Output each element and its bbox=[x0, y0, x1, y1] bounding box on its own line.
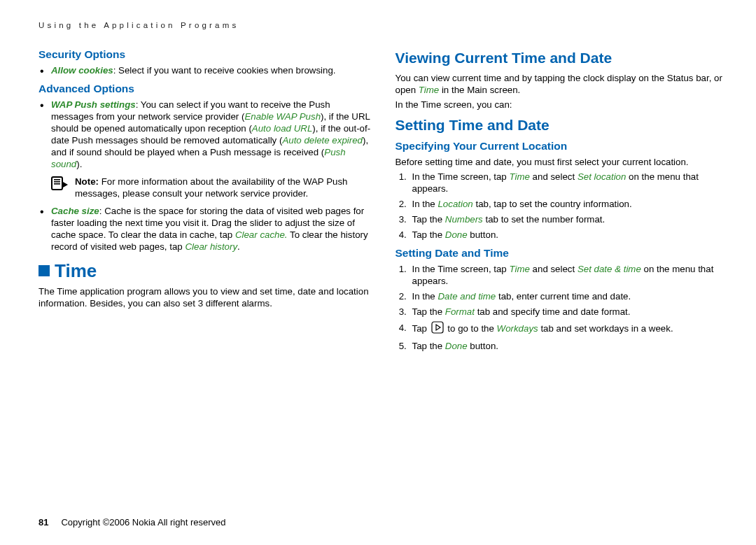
list-item: Tap the Format tab and specify time and … bbox=[410, 306, 729, 318]
body-text: The Time application program allows you … bbox=[38, 285, 372, 309]
note-text: Note: For more information about the ava… bbox=[75, 176, 372, 199]
body-text: Before setting time and date, you must f… bbox=[396, 156, 729, 168]
list-item: WAP Push settings: You can select if you… bbox=[38, 99, 372, 170]
body-text: . bbox=[237, 241, 240, 252]
body-text: For more information about the availabil… bbox=[75, 176, 347, 199]
advanced-list: WAP Push settings: You can select if you… bbox=[38, 99, 372, 170]
ui-term: Clear history bbox=[185, 241, 237, 252]
ui-term: Time bbox=[509, 171, 529, 182]
option-label: Cache size bbox=[51, 206, 99, 216]
list-item: Allow cookies: Select if you want to rec… bbox=[38, 64, 372, 76]
heading-setting-time: Setting Time and Date bbox=[396, 116, 729, 135]
heading-security-options: Security Options bbox=[38, 48, 372, 62]
svg-marker-4 bbox=[63, 182, 68, 187]
svg-rect-1 bbox=[54, 179, 60, 181]
body-text: ). bbox=[76, 159, 82, 169]
ui-term: Clear cache. bbox=[235, 229, 288, 240]
play-icon bbox=[431, 321, 444, 337]
option-label: WAP Push settings bbox=[51, 99, 136, 110]
note-block: Note: For more information about the ava… bbox=[51, 176, 372, 199]
square-bullet-icon bbox=[38, 265, 50, 276]
list-item: In the Date and time tab, enter current … bbox=[410, 290, 729, 302]
ui-term: Set location bbox=[578, 171, 626, 182]
columns: Security Options Allow cookies: Select i… bbox=[38, 43, 728, 358]
list-item: Tap the Done button. bbox=[410, 229, 729, 241]
right-column: Viewing Current Time and Date You can vi… bbox=[396, 43, 729, 358]
body-text: In the Time screen, you can: bbox=[396, 99, 729, 111]
note-label: Note: bbox=[75, 176, 99, 187]
heading-time: Time bbox=[38, 260, 372, 283]
body-text: You can view current time and by tapping… bbox=[396, 72, 729, 96]
option-label: Allow cookies bbox=[51, 65, 113, 76]
ui-term: Time bbox=[419, 85, 439, 95]
ui-term: Enable WAP Push bbox=[244, 111, 321, 122]
copyright-text: Copyright ©2006 Nokia All right reserved bbox=[61, 517, 225, 528]
heading-setting-date-time: Setting Date and Time bbox=[396, 246, 729, 260]
ui-term: Done bbox=[445, 229, 468, 240]
list-item: Tap the Numbers tab to set the number fo… bbox=[410, 213, 729, 225]
ui-term: Location bbox=[438, 199, 472, 209]
security-list: Allow cookies: Select if you want to rec… bbox=[38, 64, 372, 76]
heading-specifying-location: Specifying Your Current Location bbox=[396, 139, 729, 153]
list-item: In the Time screen, tap Time and select … bbox=[410, 171, 729, 194]
ui-term: Format bbox=[445, 306, 475, 317]
ui-term: Auto delete expired bbox=[282, 135, 363, 146]
datetime-steps: In the Time screen, tap Time and select … bbox=[396, 263, 729, 352]
list-item: Cache size: Cache is the space for stori… bbox=[38, 205, 372, 253]
left-column: Security Options Allow cookies: Select i… bbox=[38, 43, 372, 358]
ui-term: Time bbox=[509, 264, 529, 274]
page-footer: 81Copyright ©2006 Nokia All right reserv… bbox=[38, 517, 226, 528]
svg-rect-3 bbox=[54, 183, 60, 185]
ui-term: Auto load URL bbox=[252, 123, 312, 134]
note-icon bbox=[51, 176, 69, 193]
page-number: 81 bbox=[38, 517, 48, 528]
ui-term: Date and time bbox=[438, 291, 496, 302]
ui-term: Numbers bbox=[445, 214, 483, 225]
ui-term: Workdays bbox=[497, 323, 538, 333]
ui-term: Done bbox=[445, 341, 468, 351]
svg-rect-5 bbox=[432, 322, 443, 333]
heading-advanced-options: Advanced Options bbox=[38, 82, 372, 96]
advanced-list-2: Cache size: Cache is the space for stori… bbox=[38, 205, 372, 253]
svg-rect-2 bbox=[54, 181, 60, 183]
list-item: Tap the Done button. bbox=[410, 340, 729, 352]
list-item: Tap to go to the Workdays tab and set wo… bbox=[410, 321, 729, 337]
running-head: Using the Application Programs bbox=[38, 21, 728, 29]
location-steps: In the Time screen, tap Time and select … bbox=[396, 171, 729, 241]
page: Using the Application Programs Security … bbox=[0, 0, 756, 545]
body-text: : Select if you want to receive cookies … bbox=[113, 65, 336, 76]
list-item: In the Time screen, tap Time and select … bbox=[410, 263, 729, 287]
heading-viewing-time: Viewing Current Time and Date bbox=[396, 49, 729, 68]
heading-text: Time bbox=[55, 260, 97, 283]
ui-term: Set date & time bbox=[578, 264, 641, 274]
list-item: In the Location tab, tap to set the coun… bbox=[410, 198, 729, 210]
